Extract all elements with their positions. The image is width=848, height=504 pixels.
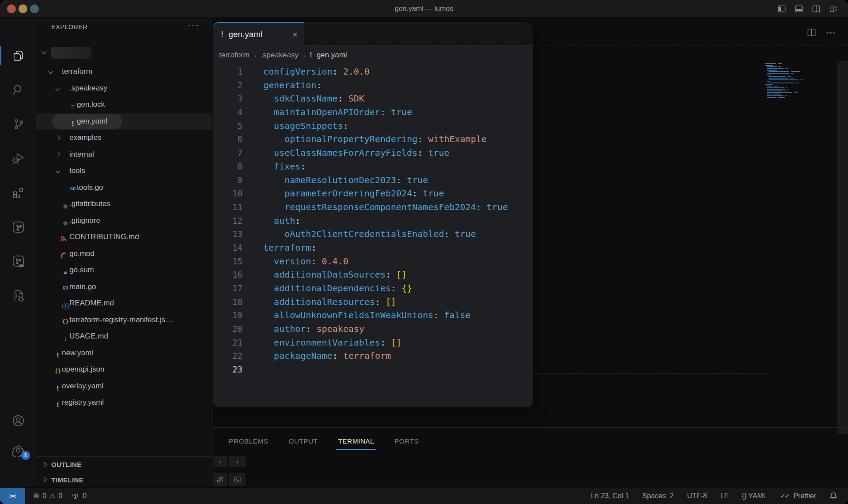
tree-item-.gitignore[interactable]: ◆.gitignore bbox=[36, 213, 212, 229]
panel-tab-problems[interactable]: PROBLEMS bbox=[228, 435, 269, 450]
split-editor-icon[interactable] bbox=[806, 27, 817, 38]
toggle-secondary-sidebar-icon[interactable] bbox=[811, 4, 821, 14]
tree-item-gen.yaml[interactable]: !gen.yaml bbox=[36, 113, 212, 130]
activity-item-explorer[interactable] bbox=[0, 45, 36, 66]
tree-item-go.mod[interactable]: go.mod bbox=[36, 246, 212, 263]
code-line-21[interactable]: 21environmentVariables: [] bbox=[213, 336, 533, 350]
code-line-20[interactable]: 20author: speakeasy bbox=[213, 322, 533, 336]
remote-indicator[interactable]: >< bbox=[0, 488, 25, 504]
toggle-primary-sidebar-icon[interactable] bbox=[777, 4, 787, 14]
tree-item-label: openapi.json bbox=[62, 365, 104, 374]
code-line-22[interactable]: 22packageName: terraform bbox=[213, 349, 533, 363]
tab-gen-yaml[interactable]: ! gen.yaml × bbox=[213, 22, 304, 45]
line-number: 16 bbox=[213, 268, 242, 282]
tree-item-registry.yaml[interactable]: !registry.yaml bbox=[36, 395, 212, 411]
tree-item-internal[interactable]: internal bbox=[36, 147, 212, 163]
activity-item-code-tools[interactable] bbox=[0, 285, 36, 306]
tree-item-label: internal bbox=[69, 150, 94, 159]
tree-item-tools.go[interactable]: GOtools.go bbox=[36, 180, 212, 196]
activity-item-source-control[interactable] bbox=[0, 113, 36, 135]
close-tab-icon[interactable]: × bbox=[292, 30, 298, 38]
ports-status[interactable]: 0 bbox=[71, 492, 87, 500]
line-number: 10 bbox=[213, 187, 242, 200]
editor-scrollbar-track[interactable] bbox=[837, 61, 848, 434]
notifications-bell-icon[interactable] bbox=[829, 492, 837, 500]
code-line-17[interactable]: 17additionalDependencies: {} bbox=[213, 282, 533, 295]
tree-item-go.sum[interactable]: ≡go.sum bbox=[36, 262, 212, 279]
activity-item-extensions[interactable] bbox=[0, 182, 36, 203]
activity-item-terraform-cloud[interactable] bbox=[0, 251, 36, 272]
customize-layout-icon[interactable] bbox=[829, 4, 838, 14]
line-number: 4 bbox=[213, 105, 242, 119]
tree-item-overlay.yaml[interactable]: !overlay.yaml bbox=[36, 378, 212, 395]
tree-item-label: CONTRIBUTING.md bbox=[69, 233, 139, 241]
tree-item-new.yaml[interactable]: !new.yaml bbox=[36, 345, 212, 362]
chevron-right-icon bbox=[42, 477, 46, 482]
tree-item-tools[interactable]: tools bbox=[36, 163, 212, 180]
code-line-9[interactable]: 9nameResolutionDec2023: true bbox=[213, 173, 533, 187]
code-line-23[interactable]: 23 bbox=[213, 363, 533, 376]
sidebar-sections: OUTLINETIMELINE bbox=[36, 456, 212, 487]
tree-item-label: terraform bbox=[62, 67, 92, 76]
code-line-10[interactable]: 10parameterOrderingFeb2024: true bbox=[213, 187, 533, 200]
tree-item-terraform[interactable]: terraform bbox=[36, 64, 212, 80]
tree-item-CONTRIBUTING.md[interactable]: CONTRIBUTING.md bbox=[36, 229, 212, 246]
code-line-6[interactable]: 6optionalPropertyRendering: withExample bbox=[213, 132, 533, 146]
editor-more-actions-icon[interactable]: ⋯ bbox=[826, 28, 837, 37]
tree-item-openapi.json[interactable]: {}openapi.json bbox=[36, 361, 212, 378]
activity-item-terraform[interactable] bbox=[0, 216, 36, 237]
tree-item-README.md[interactable]: iREADME.md bbox=[36, 295, 212, 312]
code-line-13[interactable]: 13oAuth2ClientCredentialsEnabled: true bbox=[213, 227, 533, 241]
code-line-8[interactable]: 8fixes: bbox=[213, 160, 533, 173]
panel-tab-terminal[interactable]: TERMINAL bbox=[337, 435, 375, 450]
breadcrumb-file[interactable]: gen.yaml bbox=[317, 51, 347, 60]
panel-tab-output[interactable]: OUTPUT bbox=[288, 435, 318, 450]
tree-item-.gitattributes[interactable]: ◆.gitattributes bbox=[36, 196, 212, 213]
tree-item-main.go[interactable]: GOmain.go bbox=[36, 279, 212, 296]
toggle-panel-icon[interactable] bbox=[794, 4, 804, 14]
breadcrumb-folder[interactable]: .speakeasy bbox=[261, 51, 299, 60]
code-line-3[interactable]: 3sdkClassName: SDK bbox=[213, 92, 533, 105]
encoding-setting[interactable]: UTF-8 bbox=[687, 492, 707, 500]
terminal-prompt-chevron-icon[interactable]: › bbox=[213, 456, 227, 467]
code-line-7[interactable]: 7useClassNamesForArrayFields: true bbox=[213, 146, 533, 160]
line-number: 22 bbox=[213, 349, 242, 363]
activity-item-settings[interactable]: 1 bbox=[0, 440, 36, 461]
code-line-1[interactable]: 1configVersion: 2.0.0 bbox=[213, 65, 533, 79]
section-timeline[interactable]: TIMELINE bbox=[36, 472, 212, 487]
indentation-setting[interactable]: Spaces: 2 bbox=[642, 492, 674, 500]
code-line-4[interactable]: 4maintainOpenAPIOrder: true bbox=[213, 105, 533, 119]
code-line-14[interactable]: 14terraform: bbox=[213, 241, 533, 255]
tree-item-terraform-registry-manifest.js[interactable]: {}terraform-registry-manifest.js… bbox=[36, 312, 212, 329]
language-mode[interactable]: {} YAML bbox=[742, 492, 767, 500]
section-outline[interactable]: OUTLINE bbox=[36, 456, 212, 472]
code-line-12[interactable]: 12auth: bbox=[213, 214, 533, 228]
tree-item-gen.lock[interactable]: ≡gen.lock bbox=[36, 97, 212, 113]
explorer-sidebar: EXPLORER ··· terraform.speakeasy≡gen.loc… bbox=[36, 18, 212, 487]
activity-item-search[interactable] bbox=[0, 79, 36, 100]
formatter-status[interactable]: ✓✓ Prettier bbox=[780, 492, 816, 500]
code-line-5[interactable]: 5usageSnippets: bbox=[213, 119, 533, 133]
code-line-18[interactable]: 18additionalResources: [] bbox=[213, 295, 533, 309]
cursor-position[interactable]: Ln 23, Col 1 bbox=[591, 492, 629, 500]
breadcrumb: terraform›.speakeasy›!gen.yaml bbox=[213, 45, 533, 65]
debug-console-icon[interactable] bbox=[213, 473, 227, 486]
breadcrumb-folder[interactable]: terraform bbox=[219, 51, 250, 60]
terminal-icon[interactable] bbox=[229, 473, 246, 486]
activity-item-accounts[interactable] bbox=[0, 410, 36, 431]
problems-status[interactable]: ⊗ 0 △ 0 bbox=[33, 491, 62, 500]
eol-setting[interactable]: LF bbox=[720, 492, 729, 500]
tree-item-USAGE.md[interactable]: ↓USAGE.md bbox=[36, 328, 212, 345]
panel-tab-ports[interactable]: PORTS bbox=[394, 435, 420, 450]
tree-item-.speakeasy[interactable]: .speakeasy bbox=[36, 80, 212, 97]
code-line-19[interactable]: 19allowUnknownFieldsInWeakUnions: false bbox=[213, 308, 533, 322]
code-line-16[interactable]: 16additionalDataSources: [] bbox=[213, 268, 533, 282]
code-line-2[interactable]: 2generation: bbox=[213, 79, 533, 92]
minimap[interactable] bbox=[765, 63, 806, 102]
code-line-15[interactable]: 15version: 0.4.0 bbox=[213, 255, 533, 268]
tree-item-examples[interactable]: examples bbox=[36, 130, 212, 147]
code-line-11[interactable]: 11requestResponseComponentNamesFeb2024: … bbox=[213, 200, 533, 214]
activity-item-run-and-debug[interactable] bbox=[0, 147, 36, 169]
code-editor[interactable]: 1configVersion: 2.0.02generation:3sdkCla… bbox=[213, 65, 533, 376]
terminal-prompt-chevron-icon[interactable]: › bbox=[229, 456, 246, 467]
